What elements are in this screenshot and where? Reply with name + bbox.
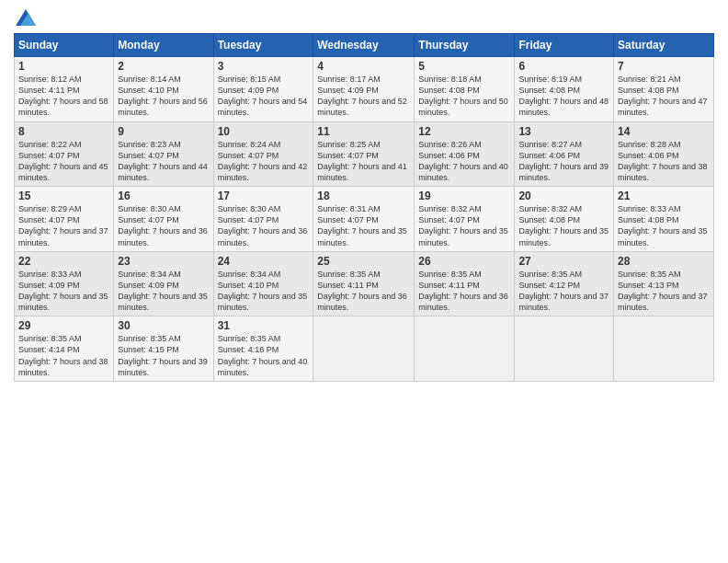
calendar-cell: 13Sunrise: 8:27 AMSunset: 4:06 PMDayligh… xyxy=(515,121,614,187)
daylight-hours: Daylight: 7 hours and 41 minutes. xyxy=(317,162,407,182)
day-info: Sunrise: 8:35 AMSunset: 4:12 PMDaylight:… xyxy=(518,269,609,314)
daylight-hours: Daylight: 7 hours and 54 minutes. xyxy=(218,97,308,117)
sunset-time: Sunset: 4:07 PM xyxy=(317,151,379,160)
day-info: Sunrise: 8:12 AMSunset: 4:11 PMDaylight:… xyxy=(18,74,109,119)
calendar-cell: 20Sunrise: 8:32 AMSunset: 4:08 PMDayligh… xyxy=(515,187,614,252)
sunrise-time: Sunrise: 8:33 AM xyxy=(618,204,681,213)
header xyxy=(14,9,714,26)
day-number: 3 xyxy=(218,60,310,73)
sunset-time: Sunset: 4:06 PM xyxy=(518,151,580,160)
day-info: Sunrise: 8:35 AMSunset: 4:11 PMDaylight:… xyxy=(418,269,510,314)
daylight-hours: Daylight: 7 hours and 40 minutes. xyxy=(418,162,508,182)
day-number: 20 xyxy=(518,190,609,202)
calendar-cell: 16Sunrise: 8:30 AMSunset: 4:07 PMDayligh… xyxy=(114,187,213,252)
calendar-cell: 5Sunrise: 8:18 AMSunset: 4:08 PMDaylight… xyxy=(415,57,515,122)
sunset-time: Sunset: 4:07 PM xyxy=(118,215,179,224)
weekday-header-friday: Friday xyxy=(515,34,614,57)
sunrise-time: Sunrise: 8:24 AM xyxy=(218,140,281,149)
sunrise-time: Sunrise: 8:22 AM xyxy=(18,140,82,149)
sunrise-time: Sunrise: 8:35 AM xyxy=(418,270,482,279)
calendar-cell: 25Sunrise: 8:35 AMSunset: 4:11 PMDayligh… xyxy=(313,251,415,316)
daylight-hours: Daylight: 7 hours and 35 minutes. xyxy=(118,292,208,312)
daylight-hours: Daylight: 7 hours and 47 minutes. xyxy=(618,97,708,117)
calendar-cell: 23Sunrise: 8:34 AMSunset: 4:09 PMDayligh… xyxy=(114,251,213,316)
day-number: 25 xyxy=(317,255,410,268)
calendar-cell: 7Sunrise: 8:21 AMSunset: 4:08 PMDaylight… xyxy=(614,57,714,122)
day-number: 9 xyxy=(118,125,209,138)
sunrise-time: Sunrise: 8:27 AM xyxy=(518,140,582,149)
calendar-cell xyxy=(614,316,714,382)
day-number: 23 xyxy=(118,255,209,268)
calendar-cell: 21Sunrise: 8:33 AMSunset: 4:08 PMDayligh… xyxy=(614,187,714,252)
day-number: 10 xyxy=(218,125,310,138)
day-number: 28 xyxy=(618,255,710,268)
calendar-cell: 9Sunrise: 8:23 AMSunset: 4:07 PMDaylight… xyxy=(114,121,213,187)
sunset-time: Sunset: 4:10 PM xyxy=(118,86,179,95)
calendar-week-4: 22Sunrise: 8:33 AMSunset: 4:09 PMDayligh… xyxy=(15,251,714,316)
day-number: 19 xyxy=(418,190,510,202)
calendar-cell: 10Sunrise: 8:24 AMSunset: 4:07 PMDayligh… xyxy=(213,121,313,187)
sunset-time: Sunset: 4:07 PM xyxy=(118,151,179,160)
daylight-hours: Daylight: 7 hours and 38 minutes. xyxy=(18,357,108,377)
daylight-hours: Daylight: 7 hours and 40 minutes. xyxy=(218,357,308,377)
sunrise-time: Sunrise: 8:34 AM xyxy=(218,270,281,279)
calendar-cell: 6Sunrise: 8:19 AMSunset: 4:08 PMDaylight… xyxy=(515,57,614,122)
sunset-time: Sunset: 4:07 PM xyxy=(218,151,279,160)
sunset-time: Sunset: 4:15 PM xyxy=(118,345,179,354)
day-info: Sunrise: 8:27 AMSunset: 4:06 PMDaylight:… xyxy=(518,139,609,184)
logo-icon xyxy=(16,9,36,26)
calendar-week-1: 1Sunrise: 8:12 AMSunset: 4:11 PMDaylight… xyxy=(15,57,714,122)
calendar-cell: 27Sunrise: 8:35 AMSunset: 4:12 PMDayligh… xyxy=(515,251,614,316)
calendar-cell xyxy=(415,316,515,382)
sunrise-time: Sunrise: 8:33 AM xyxy=(18,270,82,279)
calendar-cell: 2Sunrise: 8:14 AMSunset: 4:10 PMDaylight… xyxy=(114,57,213,122)
sunrise-time: Sunrise: 8:19 AM xyxy=(518,75,582,84)
daylight-hours: Daylight: 7 hours and 52 minutes. xyxy=(317,97,407,117)
day-number: 26 xyxy=(418,255,510,268)
sunrise-time: Sunrise: 8:30 AM xyxy=(218,204,281,213)
sunrise-time: Sunrise: 8:35 AM xyxy=(18,334,82,343)
sunset-time: Sunset: 4:07 PM xyxy=(218,215,279,224)
daylight-hours: Daylight: 7 hours and 35 minutes. xyxy=(18,292,108,312)
day-info: Sunrise: 8:14 AMSunset: 4:10 PMDaylight:… xyxy=(118,74,209,119)
calendar-week-3: 15Sunrise: 8:29 AMSunset: 4:07 PMDayligh… xyxy=(15,187,714,252)
day-info: Sunrise: 8:35 AMSunset: 4:15 PMDaylight:… xyxy=(118,333,209,378)
sunset-time: Sunset: 4:16 PM xyxy=(218,345,279,354)
sunrise-time: Sunrise: 8:25 AM xyxy=(317,140,381,149)
sunset-time: Sunset: 4:07 PM xyxy=(317,215,379,224)
day-info: Sunrise: 8:30 AMSunset: 4:07 PMDaylight:… xyxy=(218,203,310,248)
day-info: Sunrise: 8:29 AMSunset: 4:07 PMDaylight:… xyxy=(18,203,109,248)
day-info: Sunrise: 8:35 AMSunset: 4:16 PMDaylight:… xyxy=(218,333,310,378)
calendar-cell xyxy=(515,316,614,382)
daylight-hours: Daylight: 7 hours and 45 minutes. xyxy=(18,162,108,182)
day-number: 18 xyxy=(317,190,410,202)
calendar-cell: 14Sunrise: 8:28 AMSunset: 4:06 PMDayligh… xyxy=(614,121,714,187)
day-info: Sunrise: 8:22 AMSunset: 4:07 PMDaylight:… xyxy=(18,139,109,184)
sunrise-time: Sunrise: 8:17 AM xyxy=(317,75,381,84)
day-number: 13 xyxy=(518,125,609,138)
day-number: 17 xyxy=(218,190,310,202)
sunrise-time: Sunrise: 8:29 AM xyxy=(18,204,82,213)
sunset-time: Sunset: 4:09 PM xyxy=(317,86,379,95)
day-number: 15 xyxy=(18,190,109,202)
sunrise-time: Sunrise: 8:35 AM xyxy=(618,270,681,279)
weekday-header-tuesday: Tuesday xyxy=(213,34,313,57)
day-info: Sunrise: 8:15 AMSunset: 4:09 PMDaylight:… xyxy=(218,74,310,119)
calendar-cell: 11Sunrise: 8:25 AMSunset: 4:07 PMDayligh… xyxy=(313,121,415,187)
day-number: 12 xyxy=(418,125,510,138)
sunset-time: Sunset: 4:14 PM xyxy=(18,345,80,354)
calendar-cell: 19Sunrise: 8:32 AMSunset: 4:07 PMDayligh… xyxy=(415,187,515,252)
sunrise-time: Sunrise: 8:15 AM xyxy=(218,75,281,84)
daylight-hours: Daylight: 7 hours and 35 minutes. xyxy=(618,226,708,247)
calendar-cell: 29Sunrise: 8:35 AMSunset: 4:14 PMDayligh… xyxy=(15,316,114,382)
day-number: 5 xyxy=(418,60,510,73)
daylight-hours: Daylight: 7 hours and 42 minutes. xyxy=(218,162,308,182)
day-info: Sunrise: 8:19 AMSunset: 4:08 PMDaylight:… xyxy=(518,74,609,119)
daylight-hours: Daylight: 7 hours and 36 minutes. xyxy=(418,292,508,312)
day-number: 7 xyxy=(618,60,710,73)
daylight-hours: Daylight: 7 hours and 35 minutes. xyxy=(518,226,609,247)
day-info: Sunrise: 8:18 AMSunset: 4:08 PMDaylight:… xyxy=(418,74,510,119)
calendar-cell: 31Sunrise: 8:35 AMSunset: 4:16 PMDayligh… xyxy=(213,316,313,382)
daylight-hours: Daylight: 7 hours and 35 minutes. xyxy=(218,292,308,312)
calendar-cell xyxy=(313,316,415,382)
